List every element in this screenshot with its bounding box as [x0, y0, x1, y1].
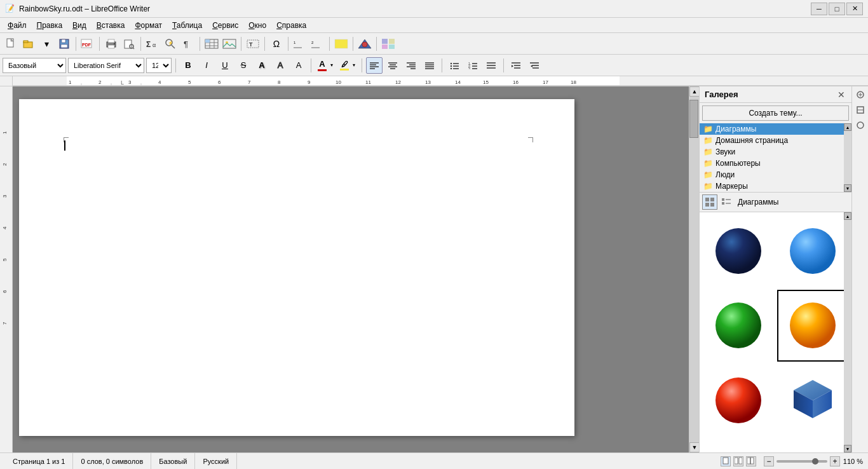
print-button[interactable]: [103, 36, 119, 52]
find-button[interactable]: ⚡: [162, 36, 179, 52]
underline-button[interactable]: U: [217, 57, 233, 74]
insert-textbox-button[interactable]: T: [245, 36, 261, 52]
shapes-button[interactable]: [356, 36, 373, 52]
increase-indent-button[interactable]: [508, 57, 524, 74]
align-justify-button[interactable]: [421, 57, 438, 74]
open-arrow[interactable]: ▾: [38, 36, 55, 52]
export-pdf-button[interactable]: PDF: [79, 36, 96, 52]
close-button[interactable]: ✕: [846, 3, 863, 15]
insert-footnote-button[interactable]: ¹: [292, 36, 308, 52]
menu-insert[interactable]: Вставка: [92, 20, 130, 31]
gallery-scroll-up[interactable]: ▲: [844, 212, 851, 220]
new-button[interactable]: [3, 36, 19, 52]
zoom-in-button[interactable]: +: [830, 456, 840, 466]
book-view[interactable]: [746, 456, 756, 466]
paragraph-style-select[interactable]: Базовый: [3, 58, 66, 73]
menu-format[interactable]: Формат: [130, 20, 167, 31]
svg-text:4: 4: [158, 79, 161, 85]
italic-button[interactable]: I: [198, 57, 215, 74]
save-button[interactable]: [56, 36, 72, 52]
highlight-arrow[interactable]: ▾: [351, 57, 357, 74]
align-left-button[interactable]: [366, 57, 383, 74]
unordered-list-button[interactable]: [446, 57, 463, 74]
gallery-item-people[interactable]: 📁 Люди: [700, 169, 851, 180]
insert-endnote-button[interactable]: ²: [309, 36, 326, 52]
menu-table[interactable]: Таблица: [167, 20, 207, 31]
font-color-group[interactable]: A ▾: [315, 57, 336, 74]
gallery-item-green-cube[interactable]: [777, 439, 850, 453]
align-right-button[interactable]: [403, 57, 419, 74]
toggle-button[interactable]: [380, 36, 397, 52]
font-color-button[interactable]: A: [316, 57, 329, 74]
font-size-select[interactable]: 12: [146, 58, 172, 73]
gallery-scroll-down[interactable]: ▼: [844, 445, 851, 452]
align-center-button[interactable]: [384, 57, 401, 74]
gallery-item-light-cube[interactable]: [702, 439, 775, 453]
right-tool-3[interactable]: [853, 118, 867, 132]
gallery-scroll-track[interactable]: [844, 220, 851, 445]
gallery-item-diagrams[interactable]: 📁 Диаграммы: [700, 123, 851, 135]
gallery-item-dark-cube[interactable]: [777, 364, 850, 437]
gallery-close-button[interactable]: ✕: [836, 90, 846, 100]
zoom-out-button[interactable]: −: [764, 456, 774, 466]
menu-edit[interactable]: Правка: [32, 20, 68, 31]
font-color-arrow[interactable]: ▾: [329, 57, 335, 74]
svg-point-123: [715, 302, 761, 348]
highlight-group[interactable]: 🖊 ▾: [337, 57, 358, 74]
menu-tools[interactable]: Сервис: [207, 20, 243, 31]
open-button[interactable]: [20, 36, 37, 52]
font-select[interactable]: Liberation Serif: [68, 58, 144, 73]
gallery-item-computers[interactable]: 📁 Компьютеры: [700, 158, 851, 169]
svg-point-122: [790, 228, 836, 274]
list-view-button[interactable]: [719, 194, 734, 210]
shadow-button[interactable]: A: [254, 57, 270, 74]
gallery-item-homepage[interactable]: 📁 Домашняя страница: [700, 135, 851, 146]
scroll-track[interactable]: [689, 97, 699, 442]
list-options-button[interactable]: [483, 57, 499, 74]
minimize-button[interactable]: ─: [811, 3, 827, 15]
right-tool-2[interactable]: [853, 103, 867, 117]
scroll-down-button[interactable]: ▼: [689, 442, 700, 452]
document-page[interactable]: [19, 99, 574, 436]
gallery-item-light-blue-sphere[interactable]: [777, 215, 850, 287]
single-page-view[interactable]: [721, 456, 731, 466]
print-preview-button[interactable]: [121, 36, 137, 52]
menu-file[interactable]: Файл: [3, 20, 32, 31]
right-tool-1[interactable]: [853, 88, 867, 102]
menu-help[interactable]: Справка: [271, 20, 311, 31]
svg-text:4: 4: [2, 226, 8, 229]
ordered-list-button[interactable]: 1.2.3.: [465, 57, 481, 74]
nonprinting-chars-button[interactable]: ¶: [180, 36, 196, 52]
list-scroll-up[interactable]: ▲: [844, 123, 851, 131]
gallery-item-sounds[interactable]: 📁 Звуки: [700, 146, 851, 158]
menu-view[interactable]: Вид: [67, 20, 92, 31]
multi-page-view[interactable]: [733, 456, 743, 466]
highlight-button[interactable]: 🖊: [338, 57, 351, 74]
maximize-button[interactable]: □: [829, 3, 845, 15]
gallery-item-dark-blue-sphere[interactable]: [702, 215, 775, 287]
grid-view-button[interactable]: [702, 194, 717, 210]
gallery-item-orange-sphere[interactable]: [777, 290, 850, 362]
zoom-slider[interactable]: [776, 460, 827, 463]
scroll-up-button[interactable]: ▲: [689, 86, 700, 97]
gallery-item-red-sphere[interactable]: [702, 364, 775, 437]
uppercase-button[interactable]: A: [290, 57, 307, 74]
create-theme-button[interactable]: Создать тему...: [702, 105, 849, 121]
gallery-item-green-sphere[interactable]: [702, 290, 775, 362]
document-area[interactable]: 1 2 3 4 5 6 7: [0, 86, 689, 452]
list-scroll-track[interactable]: [844, 131, 851, 184]
strikethrough-button[interactable]: S: [235, 57, 252, 74]
insert-char-button[interactable]: Ω: [268, 36, 285, 52]
decrease-indent-button[interactable]: [526, 57, 543, 74]
gallery-item-markers[interactable]: 📁 Маркеры: [700, 180, 851, 192]
bold-button[interactable]: B: [180, 57, 196, 74]
insert-special-button[interactable]: Σα: [144, 36, 161, 52]
zoom-slider-thumb[interactable]: [812, 458, 818, 465]
list-scroll-down[interactable]: ▼: [844, 184, 851, 192]
outline-button[interactable]: A: [272, 57, 288, 74]
insert-image-button[interactable]: [221, 36, 238, 52]
highlight-color-button[interactable]: [333, 36, 349, 52]
menu-window[interactable]: Окно: [243, 20, 271, 31]
insert-table-button[interactable]: [203, 36, 220, 52]
scroll-thumb[interactable]: [689, 100, 698, 138]
